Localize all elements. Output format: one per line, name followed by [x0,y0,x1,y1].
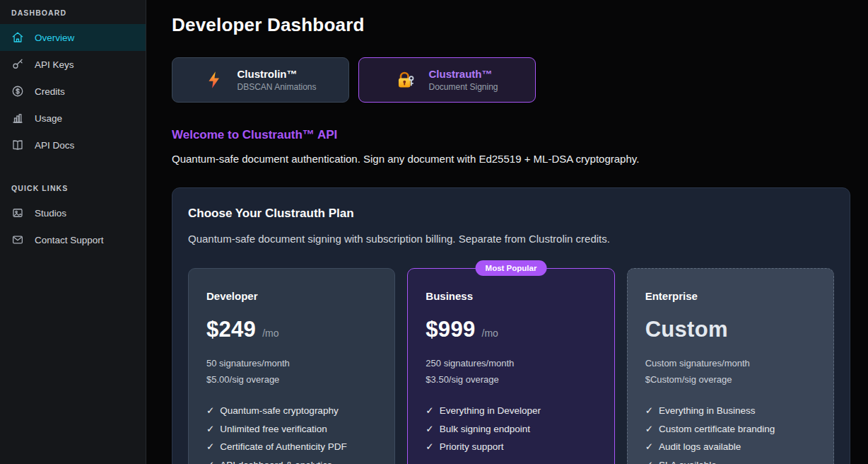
plan-name: Enterprise [645,290,816,302]
sidebar-spacer [0,158,146,178]
check-icon: ✓ [645,402,653,420]
dollar-circle-icon [11,85,24,98]
check-icon: ✓ [426,402,433,420]
sidebar-item-studios[interactable]: Studios [0,199,146,226]
plan-feature: ✓Bulk signing endpoint [426,420,596,439]
welcome-description: Quantum-safe document authentication. Si… [172,153,868,165]
product-tabs: Clustrolin™ DBSCAN Animations Clustrauth… [172,57,868,103]
plan-card-enterprise[interactable]: Enterprise Custom Custom signatures/mont… [627,268,834,464]
plan-feature: ✓Custom certificate branding [645,420,816,439]
sidebar-item-label: Overview [35,33,74,43]
page-title: Developer Dashboard [172,14,868,36]
plan-features: ✓Everything in Developer ✓Bulk signing e… [426,402,596,456]
check-icon: ✓ [645,456,653,464]
plan-feature: ✓Certificate of Authenticity PDF [206,438,377,456]
tab-text: Clustrauth™ Document Signing [428,68,498,92]
plan-feature: ✓SLA available [645,456,816,464]
check-icon: ✓ [645,438,653,456]
plan-feature: ✓Everything in Developer [426,402,596,420]
most-popular-badge: Most Popular [476,260,547,276]
key-icon [11,58,24,71]
plan-overage-line: $Custom/sig overage [645,371,816,388]
plan-card-developer[interactable]: Developer $249 /mo 50 signatures/month $… [188,268,395,464]
plan-quota-line: 250 signatures/month [426,355,596,371]
padlock-key-icon [396,70,416,90]
book-icon [11,139,24,151]
plan-quota: 50 signatures/month $5.00/sig overage [206,355,377,388]
check-icon: ✓ [206,438,214,456]
tab-subtitle: Document Signing [428,82,498,92]
plan-price: $999 [426,317,475,342]
plans-panel-subtitle: Quantum-safe document signing with subsc… [188,233,834,245]
main-content: Developer Dashboard Clustrolin™ DBSCAN A… [146,0,868,464]
sidebar-item-api-docs[interactable]: API Docs [0,132,146,158]
tab-text: Clustrolin™ DBSCAN Animations [237,68,316,92]
plan-feature: ✓Quantum-safe cryptography [206,402,377,420]
check-icon: ✓ [426,420,433,439]
plan-quota-line: 50 signatures/month [206,355,377,371]
sidebar-item-label: API Keys [35,59,74,70]
plan-features: ✓Quantum-safe cryptography ✓Unlimited fr… [206,402,377,464]
sidebar-item-contact-support[interactable]: Contact Support [0,226,146,253]
plan-price: $249 [206,317,256,342]
check-icon: ✓ [645,420,653,439]
tab-name: Clustrauth™ [428,68,498,80]
plan-price: Custom [645,317,728,342]
check-icon: ✓ [206,456,214,464]
sidebar-section-quick-links: QUICK LINKS [0,178,146,199]
sidebar-item-label: Contact Support [35,235,104,245]
welcome-heading: Welcome to Clustrauth™ API [172,128,868,142]
sidebar-section-dashboard: DASHBOARD [0,3,146,24]
plans-panel: Choose Your Clustrauth Plan Quantum-safe… [172,187,850,464]
sidebar-item-credits[interactable]: Credits [0,78,146,105]
sidebar-item-api-keys[interactable]: API Keys [0,51,146,78]
plan-overage-line: $3.50/sig overage [426,371,596,388]
check-icon: ✓ [426,438,433,456]
plan-feature: ✓Everything in Business [645,402,816,420]
plan-feature: ✓Audit logs available [645,438,816,456]
plan-quota: Custom signatures/month $Custom/sig over… [645,355,816,388]
plan-price-row: $249 /mo [206,317,377,342]
sidebar-item-label: Credits [35,86,65,97]
plan-period: /mo [262,327,278,339]
plan-quota: 250 signatures/month $3.50/sig overage [426,355,596,388]
tab-subtitle: DBSCAN Animations [237,82,316,92]
plan-quota-line: Custom signatures/month [645,355,816,371]
sidebar: DASHBOARD Overview API Keys Credits Usag… [0,0,146,464]
mail-icon [11,233,24,246]
home-icon [11,31,24,44]
plans-panel-title: Choose Your Clustrauth Plan [188,207,834,221]
plan-price-row: Custom [645,317,816,342]
plan-name: Developer [206,290,377,302]
sidebar-item-label: Usage [35,113,62,124]
lightning-bolt-icon [204,70,224,90]
plan-features: ✓Everything in Business ✓Custom certific… [645,402,816,464]
image-icon [11,207,24,219]
sidebar-item-label: API Docs [35,140,74,151]
plan-overage-line: $5.00/sig overage [206,371,377,388]
plan-grid: Developer $249 /mo 50 signatures/month $… [188,268,834,464]
check-icon: ✓ [206,420,214,439]
tab-clustrauth[interactable]: Clustrauth™ Document Signing [358,57,536,103]
tab-name: Clustrolin™ [237,68,316,80]
bar-chart-icon [11,112,24,124]
check-icon: ✓ [206,402,214,420]
sidebar-item-usage[interactable]: Usage [0,105,146,132]
plan-price-row: $999 /mo [426,317,596,342]
tab-clustrolin[interactable]: Clustrolin™ DBSCAN Animations [172,57,349,103]
sidebar-item-label: Studios [35,208,66,219]
plan-period: /mo [482,327,498,339]
plan-name: Business [426,290,596,302]
plan-feature: ✓Unlimited free verification [206,420,377,439]
sidebar-item-overview[interactable]: Overview [0,24,146,51]
plan-feature: ✓Priority support [426,438,596,456]
plan-feature: ✓API dashboard & analytics [206,456,377,464]
plan-card-business[interactable]: Most Popular Business $999 /mo 250 signa… [407,268,614,464]
